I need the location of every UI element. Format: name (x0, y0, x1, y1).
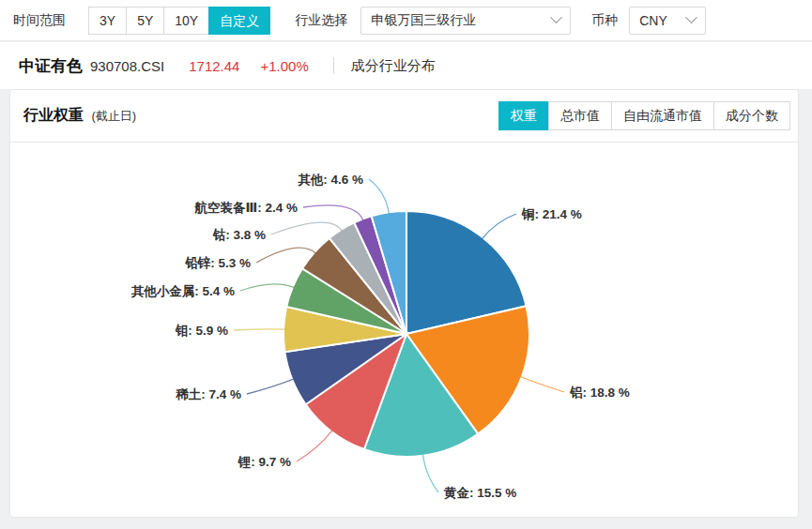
panel-title-group: 行业权重 (截止日) (23, 106, 136, 126)
industry-select-label: 行业选择 (295, 12, 347, 29)
metric-tabs: 权重 总市值 自由流通市值 成分个数 (498, 101, 790, 130)
pie-leader-line (520, 377, 564, 393)
pie-slice-label: 铜: 21.4 % (521, 207, 582, 221)
tab-total-market-value[interactable]: 总市值 (548, 101, 612, 130)
pie-leader-line (369, 179, 390, 214)
tab-free-float-market-value[interactable]: 自由流通市值 (611, 101, 714, 130)
panel-subtitle: (截止日) (91, 109, 136, 123)
pie-leader-line (422, 454, 438, 492)
chevron-down-icon (550, 11, 562, 23)
time-button-custom[interactable]: 自定义 (208, 7, 270, 35)
pie-slice-label: 其他小金属: 5.4 % (131, 284, 235, 298)
pie-leader-line (297, 430, 332, 461)
industry-select-value: 申银万国三级行业 (371, 12, 476, 29)
time-button-3y[interactable]: 3Y (88, 7, 127, 35)
currency-label: 币种 (591, 12, 618, 29)
pie-slice-label: 钴: 3.8 % (212, 228, 266, 242)
pie-leader-line (271, 222, 343, 234)
time-range-segmented-control: 3Y 5Y 10Y 自定义 (88, 7, 270, 35)
pie-slice-label: 钼: 5.9 % (175, 324, 228, 338)
constituent-distribution-label: 成分行业分布 (351, 57, 436, 75)
pie-leader-line (240, 284, 295, 291)
time-range-label: 时间范围 (13, 12, 66, 29)
currency-select-value: CNY (639, 13, 667, 28)
industry-pie-chart[interactable]: 铜: 21.4 %铝: 18.8 %黄金: 15.5 %锂: 9.7 %稀土: … (10, 143, 798, 516)
index-name: 中证有色 (19, 55, 83, 77)
vertical-divider (333, 57, 334, 74)
pie-slice-label: 航空装备Ⅲ: 2.4 % (193, 201, 298, 215)
index-change-percent: +1.00% (260, 58, 308, 74)
pie-slice-label: 其他: 4.6 % (298, 173, 363, 187)
index-header-row: 中证有色 930708.CSI 1712.44 +1.00% 成分行业分布 (0, 42, 812, 89)
pie-slice-label: 黄金: 15.5 % (443, 486, 516, 500)
pie-leader-line (234, 329, 285, 330)
tab-weight[interactable]: 权重 (498, 101, 549, 130)
panel-header: 行业权重 (截止日) 权重 总市值 自由流通市值 成分个数 (10, 90, 798, 143)
industry-select[interactable]: 申银万国三级行业 (360, 7, 571, 35)
currency-select[interactable]: CNY (629, 7, 706, 35)
time-button-10y[interactable]: 10Y (163, 7, 209, 35)
pie-leader-line (247, 379, 294, 394)
index-code: 930708.CSI (90, 58, 164, 74)
pie-slice-label: 锂: 9.7 % (237, 455, 291, 469)
industry-weight-panel: 行业权重 (截止日) 权重 总市值 自由流通市值 成分个数 铜: 21.4 %铝… (9, 89, 799, 518)
tab-constituent-count[interactable]: 成分个数 (713, 101, 790, 130)
pie-slice-label: 铝: 18.8 % (569, 385, 630, 400)
top-toolbar: 时间范围 3Y 5Y 10Y 自定义 行业选择 申银万国三级行业 币种 CNY (0, 0, 812, 41)
pie-slice-label: 稀土: 7.4 % (175, 387, 241, 401)
index-price: 1712.44 (189, 58, 239, 74)
time-button-5y[interactable]: 5Y (126, 7, 164, 35)
pie-leader-line (482, 214, 516, 239)
panel-title: 行业权重 (23, 107, 84, 123)
page: 时间范围 3Y 5Y 10Y 自定义 行业选择 申银万国三级行业 币种 CNY … (0, 0, 812, 529)
chevron-down-icon (685, 11, 697, 23)
pie-slice-label: 铅锌: 5.3 % (184, 255, 251, 270)
pie-leader-line (303, 205, 363, 221)
